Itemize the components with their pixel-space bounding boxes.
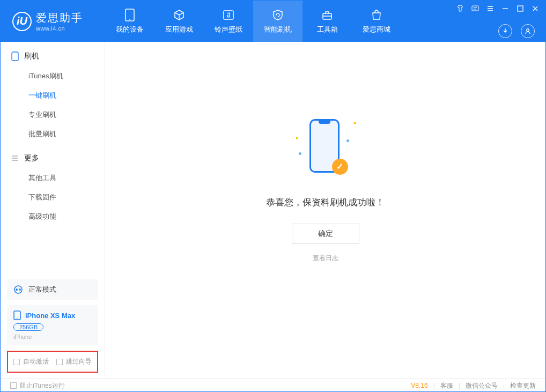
check-badge-icon: ✓ xyxy=(332,159,348,175)
footer-bar: 阻止iTunes运行 V8.16 | 客服 | 微信公众号 | 检查更新 xyxy=(1,378,545,392)
nav-label: 爱思商城 xyxy=(363,25,390,34)
cube-icon xyxy=(173,9,186,21)
sidebar-item-pro-flash[interactable]: 专业刷机 xyxy=(1,105,105,124)
feedback-icon[interactable] xyxy=(471,5,479,12)
shield-refresh-icon xyxy=(271,9,284,21)
checkbox-auto-activate[interactable]: 自动激活 xyxy=(13,357,49,366)
checkbox-icon xyxy=(10,382,17,389)
nav-tab-flash[interactable]: 智能刷机 xyxy=(253,1,302,42)
toolbox-icon xyxy=(321,9,334,21)
nav-tab-store[interactable]: 爱思商城 xyxy=(352,1,401,42)
nav-tabs: 我的设备 应用游戏 铃声壁纸 智能刷机 工具箱 爱思商城 xyxy=(105,1,401,42)
nav-tab-device[interactable]: 我的设备 xyxy=(105,1,154,42)
nav-label: 应用游戏 xyxy=(165,25,193,34)
maximize-icon[interactable] xyxy=(517,5,524,12)
checkbox-icon xyxy=(56,359,63,365)
confirm-button[interactable]: 确定 xyxy=(292,224,359,244)
logo-icon: iU xyxy=(12,12,32,31)
footer-link-update[interactable]: 检查更新 xyxy=(510,381,536,390)
phone-icon xyxy=(123,9,136,21)
sidebar-item-other-tools[interactable]: 其他工具 xyxy=(1,168,105,188)
sidebar: 刷机 iTunes刷机 一键刷机 专业刷机 批量刷机 更多 其他工具 下载固件 … xyxy=(1,42,105,378)
svg-rect-4 xyxy=(472,6,478,11)
download-icon[interactable] xyxy=(498,24,512,38)
phone-small-icon xyxy=(13,310,21,320)
nav-tab-apps[interactable]: 应用游戏 xyxy=(154,1,204,42)
svg-rect-5 xyxy=(518,6,523,11)
svg-point-6 xyxy=(527,29,529,32)
checkbox-icon xyxy=(13,359,20,365)
view-log-link[interactable]: 查看日志 xyxy=(313,254,338,263)
bag-icon xyxy=(370,9,383,21)
svg-point-9 xyxy=(16,289,18,291)
list-icon xyxy=(11,154,19,162)
version-label: V8.16 xyxy=(411,382,427,389)
close-icon[interactable] xyxy=(532,5,539,12)
device-mode-status[interactable]: 正常模式 xyxy=(7,279,98,300)
music-folder-icon xyxy=(222,9,235,21)
device-capacity: 256GB xyxy=(13,323,43,331)
tshirt-icon[interactable] xyxy=(456,5,464,12)
checkbox-skip-guide[interactable]: 跳过向导 xyxy=(56,357,92,366)
user-icon[interactable] xyxy=(521,24,535,38)
nav-label: 铃声壁纸 xyxy=(215,25,242,34)
nav-tab-ringtones[interactable]: 铃声壁纸 xyxy=(204,1,253,42)
flash-options-highlight: 自动激活 跳过向导 xyxy=(7,351,98,373)
sidebar-item-onekey-flash[interactable]: 一键刷机 xyxy=(1,86,105,105)
sidebar-section-flash: 刷机 xyxy=(1,51,105,62)
sidebar-item-advanced[interactable]: 高级功能 xyxy=(1,207,105,226)
checkbox-block-itunes[interactable]: 阻止iTunes运行 xyxy=(10,381,65,390)
sidebar-item-itunes-flash[interactable]: iTunes刷机 xyxy=(1,66,105,86)
mode-icon xyxy=(13,285,23,294)
phone-outline-icon xyxy=(11,51,19,61)
success-message: 恭喜您，保资料刷机成功啦！ xyxy=(266,196,385,209)
menu-icon[interactable] xyxy=(486,5,494,12)
footer-link-service[interactable]: 客服 xyxy=(440,381,453,390)
nav-label: 我的设备 xyxy=(116,25,144,34)
header-bar: iU 爱思助手 www.i4.cn 我的设备 应用游戏 铃声壁纸 智能刷机 工具… xyxy=(1,1,545,42)
minimize-icon[interactable] xyxy=(501,5,509,12)
main-content: ✦ ✦ ✓ 恭喜您，保资料刷机成功啦！ 确定 查看日志 xyxy=(105,42,545,378)
sidebar-item-download-firmware[interactable]: 下载固件 xyxy=(1,188,105,207)
nav-label: 智能刷机 xyxy=(264,25,292,34)
sidebar-item-batch-flash[interactable]: 批量刷机 xyxy=(1,124,105,144)
nav-tab-toolbox[interactable]: 工具箱 xyxy=(302,1,352,42)
success-illustration: ✦ ✦ ✓ xyxy=(293,115,358,184)
app-logo: iU 爱思助手 www.i4.cn xyxy=(1,11,105,32)
app-title: 爱思助手 xyxy=(36,11,83,25)
sidebar-section-more: 更多 xyxy=(1,153,105,164)
svg-point-10 xyxy=(19,289,21,291)
svg-rect-7 xyxy=(12,52,18,61)
nav-label: 工具箱 xyxy=(317,25,338,34)
svg-point-1 xyxy=(129,19,130,20)
app-url: www.i4.cn xyxy=(36,25,83,32)
device-type: iPhone xyxy=(13,334,92,340)
footer-link-wechat[interactable]: 微信公众号 xyxy=(466,381,498,390)
device-name: iPhone XS Max xyxy=(25,312,75,320)
window-controls xyxy=(456,5,539,12)
svg-point-12 xyxy=(17,318,18,319)
device-card[interactable]: iPhone XS Max 256GB iPhone xyxy=(7,305,98,345)
